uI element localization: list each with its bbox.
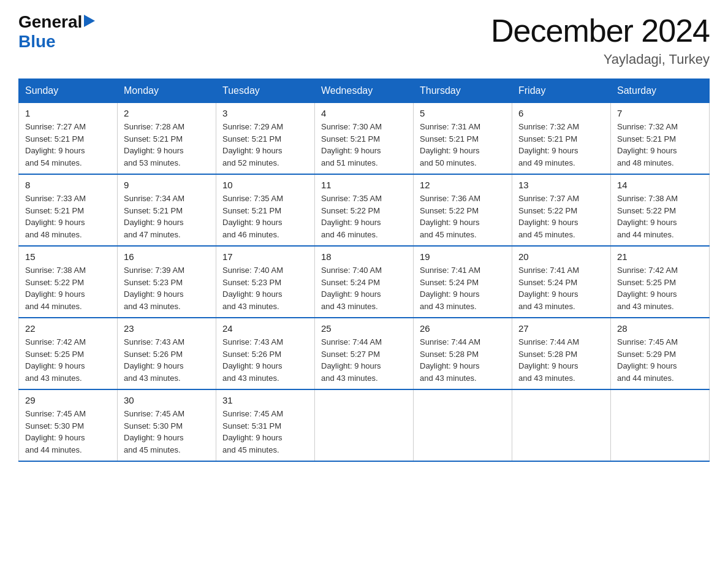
calendar-cell: 4 Sunrise: 7:30 AM Sunset: 5:21 PM Dayli… [315, 103, 414, 175]
day-number: 23 [124, 323, 210, 334]
day-number: 2 [124, 108, 210, 118]
calendar-header-row: Sunday Monday Tuesday Wednesday Thursday… [19, 79, 710, 103]
day-number: 19 [420, 251, 506, 262]
calendar-cell: 18 Sunrise: 7:40 AM Sunset: 5:24 PM Dayl… [315, 246, 414, 318]
calendar-cell: 6 Sunrise: 7:32 AM Sunset: 5:21 PM Dayli… [512, 103, 611, 175]
day-number: 25 [321, 323, 407, 334]
day-info: Sunrise: 7:40 AM Sunset: 5:23 PM Dayligh… [222, 264, 308, 312]
day-info: Sunrise: 7:45 AM Sunset: 5:30 PM Dayligh… [25, 408, 111, 456]
day-number: 13 [518, 180, 604, 190]
day-info: Sunrise: 7:38 AM Sunset: 5:22 PM Dayligh… [617, 193, 703, 240]
calendar-cell [512, 389, 611, 461]
day-info: Sunrise: 7:31 AM Sunset: 5:21 PM Dayligh… [420, 121, 506, 169]
calendar-cell: 28 Sunrise: 7:45 AM Sunset: 5:29 PM Dayl… [611, 318, 710, 389]
calendar-cell: 19 Sunrise: 7:41 AM Sunset: 5:24 PM Dayl… [414, 246, 512, 318]
header-wednesday: Wednesday [315, 79, 414, 103]
day-info: Sunrise: 7:32 AM Sunset: 5:21 PM Dayligh… [617, 121, 703, 169]
header-sunday: Sunday [19, 79, 118, 103]
day-number: 26 [420, 323, 506, 334]
day-info: Sunrise: 7:43 AM Sunset: 5:26 PM Dayligh… [222, 336, 308, 384]
day-info: Sunrise: 7:35 AM Sunset: 5:22 PM Dayligh… [321, 193, 407, 240]
calendar-cell: 20 Sunrise: 7:41 AM Sunset: 5:24 PM Dayl… [512, 246, 611, 318]
calendar-cell: 5 Sunrise: 7:31 AM Sunset: 5:21 PM Dayli… [414, 103, 512, 175]
calendar-cell: 30 Sunrise: 7:45 AM Sunset: 5:30 PM Dayl… [118, 389, 216, 461]
day-info: Sunrise: 7:45 AM Sunset: 5:31 PM Dayligh… [222, 408, 308, 456]
day-info: Sunrise: 7:35 AM Sunset: 5:21 PM Dayligh… [222, 193, 308, 240]
calendar-cell: 22 Sunrise: 7:42 AM Sunset: 5:25 PM Dayl… [19, 318, 118, 389]
logo-general-text: General [18, 12, 82, 32]
calendar-cell: 23 Sunrise: 7:43 AM Sunset: 5:26 PM Dayl… [118, 318, 216, 389]
day-info: Sunrise: 7:41 AM Sunset: 5:24 PM Dayligh… [518, 264, 604, 312]
day-number: 4 [321, 108, 407, 118]
day-number: 5 [420, 108, 506, 118]
day-info: Sunrise: 7:38 AM Sunset: 5:22 PM Dayligh… [25, 264, 111, 312]
day-number: 30 [124, 395, 210, 405]
calendar-cell: 29 Sunrise: 7:45 AM Sunset: 5:30 PM Dayl… [19, 389, 118, 461]
day-number: 29 [25, 395, 111, 405]
calendar-cell: 1 Sunrise: 7:27 AM Sunset: 5:21 PM Dayli… [19, 103, 118, 175]
day-number: 16 [124, 251, 210, 262]
calendar-cell [315, 389, 414, 461]
day-number: 9 [124, 180, 210, 190]
day-number: 8 [25, 180, 111, 190]
calendar-cell: 27 Sunrise: 7:44 AM Sunset: 5:28 PM Dayl… [512, 318, 611, 389]
calendar-cell: 17 Sunrise: 7:40 AM Sunset: 5:23 PM Dayl… [216, 246, 315, 318]
calendar-cell [611, 389, 710, 461]
calendar-cell: 31 Sunrise: 7:45 AM Sunset: 5:31 PM Dayl… [216, 389, 315, 461]
header-saturday: Saturday [611, 79, 710, 103]
calendar-cell: 14 Sunrise: 7:38 AM Sunset: 5:22 PM Dayl… [611, 174, 710, 246]
day-info: Sunrise: 7:45 AM Sunset: 5:30 PM Dayligh… [124, 408, 210, 456]
day-info: Sunrise: 7:44 AM Sunset: 5:28 PM Dayligh… [420, 336, 506, 384]
day-info: Sunrise: 7:39 AM Sunset: 5:23 PM Dayligh… [124, 264, 210, 312]
day-info: Sunrise: 7:36 AM Sunset: 5:22 PM Dayligh… [420, 193, 506, 240]
day-info: Sunrise: 7:43 AM Sunset: 5:26 PM Dayligh… [124, 336, 210, 384]
day-info: Sunrise: 7:42 AM Sunset: 5:25 PM Dayligh… [25, 336, 111, 384]
day-info: Sunrise: 7:37 AM Sunset: 5:22 PM Dayligh… [518, 193, 604, 240]
calendar-cell: 8 Sunrise: 7:33 AM Sunset: 5:21 PM Dayli… [19, 174, 118, 246]
calendar-cell: 9 Sunrise: 7:34 AM Sunset: 5:21 PM Dayli… [118, 174, 216, 246]
subtitle: Yayladagi, Turkey [491, 52, 710, 67]
calendar-cell: 24 Sunrise: 7:43 AM Sunset: 5:26 PM Dayl… [216, 318, 315, 389]
header-thursday: Thursday [414, 79, 512, 103]
day-number: 6 [518, 108, 604, 118]
calendar-cell [414, 389, 512, 461]
page-header: General Blue December 2024 Yayladagi, Tu… [18, 12, 710, 67]
day-number: 21 [617, 251, 703, 262]
calendar-cell: 7 Sunrise: 7:32 AM Sunset: 5:21 PM Dayli… [611, 103, 710, 175]
calendar-cell: 2 Sunrise: 7:28 AM Sunset: 5:21 PM Dayli… [118, 103, 216, 175]
calendar-table: Sunday Monday Tuesday Wednesday Thursday… [18, 79, 710, 462]
day-info: Sunrise: 7:44 AM Sunset: 5:28 PM Dayligh… [518, 336, 604, 384]
day-info: Sunrise: 7:44 AM Sunset: 5:27 PM Dayligh… [321, 336, 407, 384]
calendar-cell: 25 Sunrise: 7:44 AM Sunset: 5:27 PM Dayl… [315, 318, 414, 389]
title-block: December 2024 Yayladagi, Turkey [491, 12, 710, 67]
logo-blue-text: Blue [18, 32, 56, 52]
day-number: 12 [420, 180, 506, 190]
calendar-cell: 10 Sunrise: 7:35 AM Sunset: 5:21 PM Dayl… [216, 174, 315, 246]
week-row-5: 29 Sunrise: 7:45 AM Sunset: 5:30 PM Dayl… [19, 389, 710, 461]
day-number: 22 [25, 323, 111, 334]
day-info: Sunrise: 7:41 AM Sunset: 5:24 PM Dayligh… [420, 264, 506, 312]
day-number: 10 [222, 180, 308, 190]
day-number: 11 [321, 180, 407, 190]
day-number: 18 [321, 251, 407, 262]
calendar-cell: 21 Sunrise: 7:42 AM Sunset: 5:25 PM Dayl… [611, 246, 710, 318]
logo: General Blue [18, 12, 95, 52]
calendar-cell: 3 Sunrise: 7:29 AM Sunset: 5:21 PM Dayli… [216, 103, 315, 175]
day-info: Sunrise: 7:33 AM Sunset: 5:21 PM Dayligh… [25, 193, 111, 240]
day-number: 24 [222, 323, 308, 334]
day-number: 3 [222, 108, 308, 118]
day-number: 27 [518, 323, 604, 334]
day-number: 20 [518, 251, 604, 262]
day-number: 14 [617, 180, 703, 190]
header-monday: Monday [118, 79, 216, 103]
calendar-cell: 15 Sunrise: 7:38 AM Sunset: 5:22 PM Dayl… [19, 246, 118, 318]
week-row-3: 15 Sunrise: 7:38 AM Sunset: 5:22 PM Dayl… [19, 246, 710, 318]
day-info: Sunrise: 7:40 AM Sunset: 5:24 PM Dayligh… [321, 264, 407, 312]
main-title: December 2024 [491, 12, 710, 49]
week-row-1: 1 Sunrise: 7:27 AM Sunset: 5:21 PM Dayli… [19, 103, 710, 175]
day-number: 28 [617, 323, 703, 334]
day-info: Sunrise: 7:27 AM Sunset: 5:21 PM Dayligh… [25, 121, 111, 169]
day-number: 17 [222, 251, 308, 262]
calendar-cell: 26 Sunrise: 7:44 AM Sunset: 5:28 PM Dayl… [414, 318, 512, 389]
day-number: 15 [25, 251, 111, 262]
